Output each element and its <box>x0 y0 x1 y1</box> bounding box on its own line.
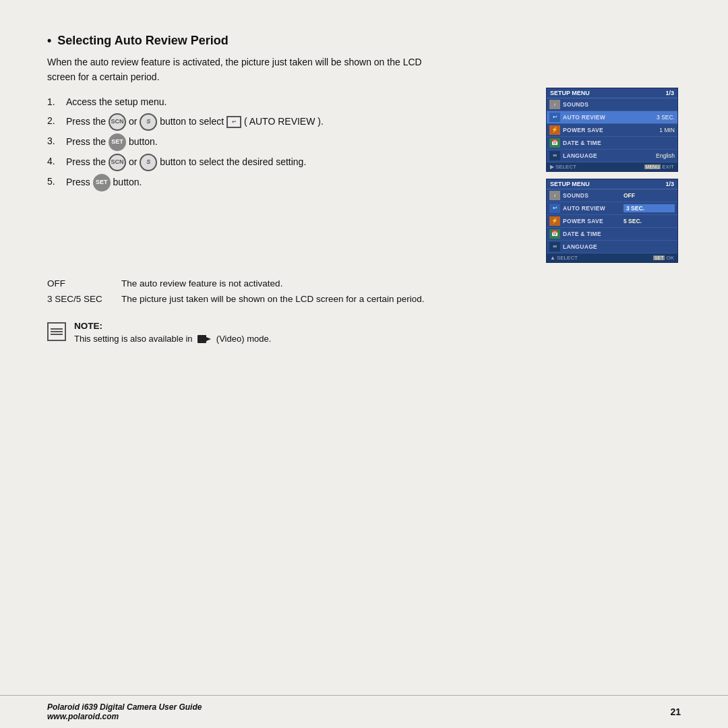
autoreview-icon-1: ↩ <box>549 113 560 122</box>
step-5: 5. Press SET button. <box>47 174 533 191</box>
note-title: NOTE: <box>74 321 271 331</box>
set-button-icon-2: SET <box>93 174 111 191</box>
page-footer: Polaroid i639 Digital Camera User Guide … <box>0 695 728 728</box>
off-desc: The auto review feature is not activated… <box>121 276 424 292</box>
menu-row-autoreview-2: ↩ AUTO REVIEW 3 SEC. <box>547 202 677 215</box>
note-icon <box>47 322 66 341</box>
menu-row-sounds-2: ♪ SOUNDS OFF <box>547 189 677 202</box>
page: • Selecting Auto Review Period When the … <box>0 0 728 728</box>
instructions: 1. Access the setup menu. 2. Press the S… <box>47 94 533 194</box>
video-icon <box>197 334 212 344</box>
note-content: NOTE: This setting is also available in … <box>74 321 271 346</box>
step-4: 4. Press the SCN or S button to select t… <box>47 154 533 171</box>
step-2: 2. Press the SCN or S button to select ↩… <box>47 113 533 131</box>
menu-footer-1: ▶ SELECT MENU EXIT <box>547 162 677 171</box>
off-label: OFF <box>47 276 108 292</box>
sounds-icon-1: ♪ <box>549 100 560 109</box>
scn-button-icon: SCN <box>109 113 126 131</box>
note-text: This setting is also available in (Video… <box>74 332 271 346</box>
step-1: 1. Access the setup menu. <box>47 94 533 111</box>
menu-row-datetime-1: 📅 DATE & TIME <box>547 137 677 150</box>
language-icon-2: ∞ <box>549 242 560 251</box>
sec-label: 3 SEC/5 SEC <box>47 292 108 307</box>
s-button-icon: S <box>140 113 157 131</box>
menu-footer-2: ▲ SELECT SET OK <box>547 253 677 262</box>
off-section: OFF 3 SEC/5 SEC The auto review feature … <box>47 276 681 307</box>
menu-row-sounds-1: ♪ SOUNDS <box>547 98 677 111</box>
datetime-icon-2: 📅 <box>549 229 560 239</box>
menu-row-powersave-1: ⚡ POWER SAVE 1 MIN <box>547 124 677 137</box>
scn-button-icon-2: SCN <box>109 154 126 171</box>
auto-review-icon: ↩ <box>226 116 241 128</box>
menu-row-language-2: ∞ LANGUAGE <box>547 241 677 253</box>
svg-rect-0 <box>198 335 206 343</box>
menu-row-powersave-2: ⚡ POWER SAVE 5 SEC. <box>547 215 677 228</box>
intro-text: When the auto review feature is activate… <box>47 55 438 85</box>
footer-left: Polaroid i639 Digital Camera User Guide … <box>47 702 202 721</box>
menu-header-2: SETUP MENU 1/3 <box>547 179 677 189</box>
note-section: NOTE: This setting is also available in … <box>47 321 681 346</box>
step-3: 3. Press the SET button. <box>47 133 533 151</box>
svg-marker-1 <box>206 337 211 341</box>
content-area: 1. Access the setup menu. 2. Press the S… <box>47 94 681 263</box>
menu-screens: SETUP MENU 1/3 ♪ SOUNDS ↩ AUTO REVIEW 3 … <box>546 88 681 263</box>
menu-row-datetime-2: 📅 DATE & TIME <box>547 228 677 241</box>
menu-row-language-1: ∞ LANGUAGE English <box>547 150 677 162</box>
powersave-icon-2: ⚡ <box>549 216 560 226</box>
menu-screen-2: SETUP MENU 1/3 ♪ SOUNDS OFF ↩ AUTO R <box>546 179 678 263</box>
s-button-icon-2: S <box>140 154 157 171</box>
page-number: 21 <box>670 706 681 717</box>
page-title: • Selecting Auto Review Period <box>47 34 681 48</box>
autoreview-icon-2: ↩ <box>549 204 560 213</box>
datetime-icon-1: 📅 <box>549 138 560 148</box>
menu-row-autoreview-1: ↩ AUTO REVIEW 3 SEC. <box>547 111 677 124</box>
set-button-icon: SET <box>109 133 126 151</box>
sec-desc: The picture just taken will be shown on … <box>121 292 424 307</box>
sounds-icon-2: ♪ <box>549 191 560 200</box>
menu-header-1: SETUP MENU 1/3 <box>547 88 677 98</box>
menu-screen-1: SETUP MENU 1/3 ♪ SOUNDS ↩ AUTO REVIEW 3 … <box>546 88 678 172</box>
powersave-icon-1: ⚡ <box>549 125 560 135</box>
language-icon-1: ∞ <box>549 151 560 160</box>
